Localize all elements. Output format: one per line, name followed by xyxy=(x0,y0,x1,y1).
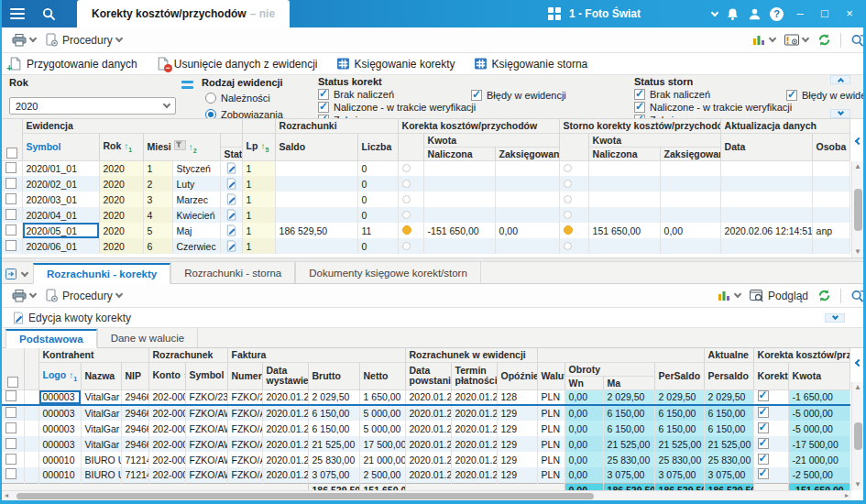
tab-dane-w-walucie[interactable]: Dane w walucie xyxy=(97,328,199,347)
edit-status-icon[interactable] xyxy=(225,193,238,205)
refresh-button[interactable] xyxy=(813,31,836,49)
checkbox-icon[interactable] xyxy=(634,102,645,113)
col-data-wystawienia[interactable]: Data wystawienia xyxy=(262,362,308,389)
select-all-checkbox[interactable] xyxy=(7,377,18,388)
locator-button[interactable] xyxy=(846,31,866,49)
col-nazwa[interactable]: Nazwa xyxy=(81,362,121,389)
ewidencja-row[interactable]: 2020/03_0120203Marzec10 xyxy=(2,192,850,207)
collapse-columns-icon[interactable] xyxy=(855,359,862,367)
action-button-usuniecie-danych[interactable]: −Usunięcie danych z ewidencji xyxy=(153,56,321,71)
close-icon[interactable]: × xyxy=(841,0,858,27)
checkbox-option[interactable]: Błędy w ewidencji xyxy=(471,89,566,102)
ewidencja-row[interactable]: 2020/05_0120205Maj1186 529,5011-151 650,… xyxy=(2,223,850,238)
row-checkbox[interactable] xyxy=(5,162,16,173)
rozrachunek-row[interactable]: 000003VitalGar29466202-000FZKO/AWEFZKO/A… xyxy=(2,421,850,436)
col-data[interactable]: Data xyxy=(720,133,812,160)
ewidencja-row[interactable]: 2020/02_0120202Luty10 xyxy=(2,176,850,192)
scroll-thumb[interactable] xyxy=(854,422,862,450)
row-checkbox[interactable] xyxy=(5,240,16,251)
checkbox-option[interactable]: Naliczone - w trakcie weryfikacji xyxy=(318,101,476,114)
col-symbol[interactable]: Symbol↑3 xyxy=(185,362,227,389)
col-symbol[interactable]: Symbol xyxy=(22,133,99,160)
scroll-thumb[interactable] xyxy=(16,493,594,499)
radio-option[interactable]: Zobowiązania xyxy=(205,108,283,119)
col-konto[interactable]: Konto↑2 xyxy=(148,362,185,389)
col-zaksiegowana[interactable]: Zaksięgowana xyxy=(495,147,559,160)
help-icon[interactable]: ? xyxy=(770,7,784,21)
col-ma[interactable]: Ma xyxy=(603,376,654,389)
search-icon[interactable] xyxy=(33,0,64,27)
row-checkbox[interactable] xyxy=(5,178,16,189)
company-chevron-down-icon[interactable] xyxy=(711,8,718,16)
checkbox-icon[interactable] xyxy=(634,89,645,100)
edycja-kwoty-button[interactable]: Edycja kwoty korekty xyxy=(7,310,136,326)
checkbox-option[interactable]: Błędy w ewidencji xyxy=(786,89,863,102)
scroll-thumb[interactable] xyxy=(854,189,862,231)
window-tab[interactable]: Korekty kosztów/przychodów – nie xyxy=(77,0,290,27)
organizer-button[interactable] xyxy=(780,32,813,48)
rok-select[interactable]: 2020 xyxy=(9,97,176,115)
col-osoba[interactable]: Osoba xyxy=(812,133,850,160)
tab-dokumenty-ksiegowe[interactable]: Dokumenty księgowe korekt/storn xyxy=(295,262,481,283)
collapse-filter-down-icon[interactable] xyxy=(830,109,850,118)
row-checkbox[interactable] xyxy=(5,422,16,433)
row-checkbox[interactable] xyxy=(5,193,16,204)
ewidencja-row[interactable]: 2020/06_0120206Czerwiec10 xyxy=(2,238,850,254)
chart-button[interactable] xyxy=(748,32,780,48)
col-saldo[interactable]: Saldo xyxy=(275,133,357,160)
rozrachunek-row[interactable]: 000010BIURO U71214202-000FZKO/AWEFZKO/A2… xyxy=(2,452,850,467)
print-button[interactable] xyxy=(7,32,40,49)
edit-status-icon[interactable] xyxy=(225,162,238,174)
col-naliczona[interactable]: Naliczona xyxy=(588,147,660,160)
print-button[interactable] xyxy=(7,288,40,304)
checkbox-option[interactable]: Naliczone - w trakcie weryfikacji xyxy=(634,101,792,114)
procedury-button[interactable]: Procedury xyxy=(40,287,126,304)
rozrachunek-row[interactable]: 000003VitalGar29466202-000FZKO/234FZKO/2… xyxy=(2,389,850,405)
korekta-checkbox[interactable] xyxy=(758,407,769,418)
tab-rozrachunki-korekty[interactable]: Rozrachunki - korekty xyxy=(33,263,170,284)
collapse-panel-down-icon[interactable] xyxy=(825,313,845,323)
col-aktualne-persaldo[interactable]: Persaldo xyxy=(704,362,753,389)
korekta-checkbox[interactable] xyxy=(758,438,769,449)
col-termin-platnosci[interactable]: Termin płatności xyxy=(451,362,497,389)
col-kwota[interactable]: Kwota xyxy=(788,362,850,389)
col-data-powstania[interactable]: Data powstania xyxy=(405,362,451,389)
korekta-checkbox[interactable] xyxy=(758,390,769,401)
upper-vertical-scrollbar[interactable]: ▲▼ xyxy=(851,161,863,257)
tab-podstawowa[interactable]: Podstawowa xyxy=(5,329,97,348)
podglad-button[interactable]: Podgląd xyxy=(745,288,813,304)
notifications-bell-icon[interactable] xyxy=(726,7,740,21)
horizontal-scrollbar[interactable]: ◂ ▸ xyxy=(2,490,851,500)
action-button-przygotowanie-danych[interactable]: +Przygotowanie danych xyxy=(5,56,140,71)
col-numer[interactable]: Numer xyxy=(227,362,262,389)
korekta-checkbox[interactable] xyxy=(758,422,769,433)
col-opoznienie[interactable]: Opóźnienie xyxy=(497,362,537,389)
korekta-checkbox[interactable] xyxy=(758,468,769,479)
rozrachunek-row[interactable]: 000003VitalGar29466202-000FZKO/AWEFZKO/A… xyxy=(2,436,850,452)
korekta-checkbox[interactable] xyxy=(758,454,769,465)
collapse-filter-up-icon[interactable] xyxy=(830,75,850,84)
user-icon[interactable] xyxy=(748,7,762,21)
checkbox-icon[interactable] xyxy=(471,90,482,101)
row-checkbox[interactable] xyxy=(5,468,16,479)
col-logo[interactable]: Logo↑1 xyxy=(38,362,81,389)
col-status[interactable]: Status xyxy=(220,147,242,160)
select-all-checkbox[interactable] xyxy=(6,148,17,159)
row-checkbox[interactable] xyxy=(5,438,16,449)
action-button-ksiegowanie-storna[interactable]: Księgowanie storna xyxy=(471,56,591,71)
col-korekta[interactable]: Korekta xyxy=(753,362,788,389)
checkbox-icon[interactable] xyxy=(318,89,329,100)
col-miesiac[interactable]: Miesi↑2 xyxy=(143,133,220,160)
col-lp[interactable]: Lp↑5 xyxy=(242,133,275,160)
edit-status-icon[interactable] xyxy=(225,225,238,236)
row-checkbox[interactable] xyxy=(5,209,16,220)
row-checkbox[interactable] xyxy=(5,225,16,236)
lower-vertical-scrollbar[interactable]: ▲▼ xyxy=(851,382,863,490)
action-button-ksiegowanie-korekty[interactable]: Księgowanie korekty xyxy=(334,56,458,71)
edit-status-icon[interactable] xyxy=(225,240,238,252)
col-liczba[interactable]: Liczba xyxy=(357,133,398,160)
rozrachunek-row[interactable]: 000010BIURO U71214202-000FZKO/AWEFZKO/A2… xyxy=(2,467,850,483)
filter-funnel-icon[interactable] xyxy=(174,140,186,150)
col-wn[interactable]: Wn xyxy=(565,376,603,389)
company-name[interactable]: 1 - Foto Świat xyxy=(569,7,641,20)
